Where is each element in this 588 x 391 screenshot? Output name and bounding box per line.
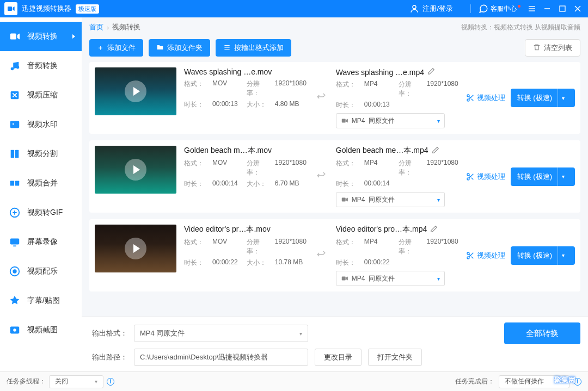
output-meta: Waves splashing …e.mp4 格式：MP4 分辨率：1920*1… [336,67,458,128]
status-bar: 任务多线程： 关闭 ▾ i 任务完成后： 不做任何操作 ▾ i 聚集网 [0,371,588,391]
svg-line-40 [469,175,470,177]
convert-button[interactable]: 转换 (极速) ▾ [511,246,575,265]
convert-dropdown[interactable]: ▾ [558,89,568,107]
svg-point-31 [467,99,469,101]
convert-dropdown[interactable]: ▾ [558,246,568,265]
sidebar-item-subtitle[interactable]: 字幕/贴图 [0,286,82,315]
maximize-button[interactable] [559,5,566,13]
breadcrumb: 首页 › 视频转换 视频转换：视频格式转换 从视频提取音频 [82,17,588,37]
edit-icon[interactable] [427,67,435,77]
convert-button[interactable]: 转换 (极速) ▾ [511,167,575,186]
close-button[interactable] [574,5,581,13]
svg-rect-13 [10,121,20,128]
svg-rect-20 [10,239,20,245]
item-format-select[interactable]: MP4 同原文件 ▾ [336,113,445,128]
chevron-down-icon: ▾ [95,378,97,384]
svg-line-34 [469,96,470,98]
video-process-button[interactable]: 视频处理 [466,172,505,182]
swap-icon[interactable] [314,250,328,262]
sidebar-item-watermark[interactable]: 视频水印 [0,110,82,139]
svg-line-39 [471,177,473,179]
thumbnail[interactable] [95,67,176,115]
svg-point-36 [467,173,469,176]
titlebar: 迅捷视频转换器 极速版 注册/登录 客服中心 [0,0,588,17]
convert-button[interactable]: 转换 (极速) ▾ [511,89,575,107]
swap-icon[interactable] [314,92,328,104]
output-filename: Video editor's pro…本.mp4 [336,225,427,234]
chevron-down-icon: ▾ [437,197,440,203]
sidebar-item-video-compress[interactable]: 视频压缩 [0,80,82,110]
add-file-button[interactable]: ＋ 添加文件 [89,39,143,57]
scissors-icon [466,251,475,260]
watermark-icon [9,119,21,131]
edition-badge: 极速版 [76,4,99,14]
list-item: Waves splashing …e.mov 格式：MOV 分辨率：1920*1… [89,62,580,134]
svg-point-10 [11,67,14,71]
output-path-label: 输出路径： [89,352,127,362]
source-meta: Golden beach m…本.mov 格式：MOV 分辨率：1920*108… [184,146,307,189]
account-login[interactable]: 注册/登录 [399,4,464,14]
output-path-input[interactable]: C:\Users\admin\Desktop\迅捷视频转换器 [134,349,308,366]
list-item: Golden beach m…本.mov 格式：MOV 分辨率：1920*108… [89,140,580,213]
menu-button[interactable] [528,5,536,13]
svg-rect-0 [8,7,12,11]
output-format-select[interactable]: MP4 同原文件 ▾ [134,325,308,342]
minimize-button[interactable] [543,5,551,13]
chevron-down-icon: ▾ [437,276,440,282]
thumbnail[interactable] [95,146,176,194]
convert-dropdown[interactable]: ▾ [558,167,568,186]
add-folder-button[interactable]: 添加文件夹 [149,39,210,57]
sidebar-item-merge[interactable]: 视频合并 [0,169,82,198]
subtitle-icon [9,295,21,307]
sidebar-item-split[interactable]: 视频分割 [0,139,82,169]
video-process-button[interactable]: 视频处理 [466,93,505,103]
sidebar-item-video-convert[interactable]: 视频转换 [0,22,82,51]
svg-rect-41 [342,277,346,281]
sidebar-item-screenshot[interactable]: 视频截图 [0,315,82,345]
bottom-panel: 输出格式： MP4 同原文件 ▾ 全部转换 输出路径： C:\Users\adm… [82,316,588,371]
breadcrumb-home[interactable]: 首页 [89,22,103,32]
clear-list-button[interactable]: 清空列表 [525,39,580,57]
source-meta: Waves splashing …e.mov 格式：MOV 分辨率：1920*1… [184,67,307,109]
scissors-icon [466,94,475,102]
video-process-button[interactable]: 视频处理 [466,251,505,260]
source-filename: Video editor's pr…本.mov [184,225,307,234]
item-format-select[interactable]: MP4 同原文件 ▾ [336,192,445,207]
toolbar: ＋ 添加文件 添加文件夹 按输出格式添加 清空列表 [82,37,588,62]
info-icon[interactable]: i [574,378,581,386]
plus-icon: ＋ [97,43,104,53]
sidebar-item-record[interactable]: 屏幕录像 [0,227,82,257]
svg-point-42 [467,252,469,255]
record-icon [9,236,21,248]
edit-icon[interactable] [430,225,438,234]
notification-dot [518,5,520,8]
convert-all-button[interactable]: 全部转换 [504,322,580,344]
sidebar-item-audio-convert[interactable]: 音频转换 [0,51,82,80]
output-format-label: 输出格式： [89,328,127,338]
sidebar-item-gif[interactable]: 视频转GIF [0,198,82,227]
sidebar-item-music[interactable]: 视频配乐 [0,257,82,286]
add-by-format-button[interactable]: 按输出格式添加 [216,39,291,57]
swap-icon[interactable] [314,171,328,183]
svg-point-25 [13,328,16,332]
edit-icon[interactable] [432,146,439,156]
svg-point-43 [467,257,469,259]
output-filename: Golden beach me…本.mp4 [336,146,428,156]
svg-rect-9 [10,34,16,40]
svg-point-1 [413,5,416,9]
trash-icon [533,44,541,53]
item-format-select[interactable]: MP4 同原文件 ▾ [336,271,445,286]
svg-point-23 [13,270,16,273]
open-folder-button[interactable]: 打开文件夹 [368,349,422,366]
change-dir-button[interactable]: 更改目录 [315,349,362,366]
item-actions: 视频处理 转换 (极速) ▾ [466,246,575,265]
multithread-select[interactable]: 关闭 ▾ [49,375,103,388]
source-filename: Waves splashing …e.mov [184,67,307,76]
info-icon[interactable]: i [107,378,114,386]
svg-point-14 [13,123,14,125]
thumbnail[interactable] [95,225,176,272]
svg-rect-17 [10,181,14,185]
on-complete-select[interactable]: 不做任何操作 ▾ [499,375,569,388]
output-meta: Video editor's pro…本.mp4 格式：MP4 分辨率：1920… [336,225,458,286]
support-button[interactable]: 客服中心 [479,4,520,14]
